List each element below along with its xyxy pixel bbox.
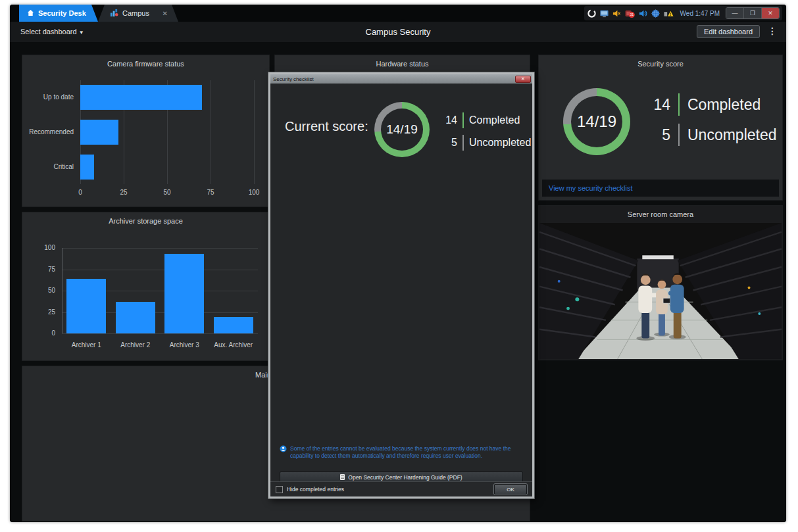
dashboard-icon	[110, 9, 118, 18]
category-label: Archiver 1	[62, 341, 111, 349]
alert-badge-icon[interactable]: 31	[624, 9, 636, 18]
dialog-body: Current score: 14/19 14 Completed 5 Unco…	[270, 84, 532, 496]
server-room-scene	[539, 223, 782, 359]
evaluation-footnote: Some of the entries cannot be evaluated …	[280, 445, 524, 459]
x-tick-label: 0	[70, 189, 90, 196]
category-label: Aux. Archiver	[209, 341, 259, 349]
home-icon	[27, 9, 34, 18]
tab-label: Security Desk	[38, 9, 86, 17]
more-options-icon[interactable]: ⋮	[768, 26, 777, 36]
completed-stat: 14 Completed	[443, 112, 520, 128]
bar-archiver-3	[164, 254, 204, 333]
y-tick-label: 75	[34, 266, 55, 273]
gridline	[62, 248, 258, 249]
category-label: Archiver 2	[111, 341, 161, 349]
gridline	[254, 80, 255, 184]
bar-archiver-2	[116, 302, 155, 333]
dialog-close-icon[interactable]: ✕	[515, 76, 531, 83]
dialog-title: Security checklist	[273, 76, 314, 82]
hide-completed-checkbox[interactable]	[276, 486, 283, 493]
x-tick-label: 75	[201, 189, 220, 196]
tab-security-desk[interactable]: Security Desk	[19, 5, 98, 22]
y-tick-label: 25	[34, 308, 55, 316]
category-label: Critical	[22, 163, 74, 170]
restore-button[interactable]: ❐	[744, 8, 762, 18]
archiver-storage-chart: 0255075100Archiver 1Archiver 2Archiver 3…	[22, 212, 269, 360]
gridline	[211, 80, 211, 184]
ok-button[interactable]: OK	[494, 484, 527, 495]
bar-aux-archiver	[214, 317, 253, 333]
y-tick-label: 50	[34, 287, 55, 294]
view-security-checklist-link[interactable]: View my security checklist	[549, 184, 633, 192]
completed-stat: 14 Completed	[649, 93, 761, 116]
y-tick-label: 100	[34, 244, 55, 251]
gridline	[62, 270, 258, 270]
dashboard: Camera firmware status 0255075100Up to d…	[10, 42, 786, 522]
warning-icon[interactable]	[663, 9, 674, 18]
category-label: Recommended	[22, 128, 74, 135]
y-axis	[62, 248, 62, 333]
security-score-donut: 14/19	[563, 88, 630, 155]
dialog-titlebar[interactable]: Security checklist ✕	[270, 74, 532, 84]
score-text: 14/19	[577, 112, 616, 131]
x-tick-label: 25	[114, 189, 134, 196]
hide-completed-label: Hide completed entries	[287, 486, 344, 493]
score-text: 14/19	[386, 122, 418, 137]
dialog-footer: Hide completed entries OK	[270, 481, 532, 496]
camera-firmware-chart: 0255075100Up to dateRecommendedCritical	[22, 55, 269, 206]
x-tick-label: 100	[244, 189, 264, 196]
widget-title: Hardware status	[275, 60, 530, 68]
display-icon[interactable]	[599, 9, 609, 18]
tab-bar: Security Desk Campus ✕ 31 Wed 1:47 PM — …	[10, 5, 786, 22]
camera-feed	[539, 223, 782, 359]
bar-critical	[80, 155, 94, 180]
tray-icons[interactable]: 31	[587, 9, 674, 18]
bar-archiver-1	[66, 279, 106, 333]
bar-up-to-date	[80, 85, 202, 110]
widget-title: Archiver storage space	[22, 217, 269, 225]
security-checklist-dialog: Security checklist ✕ Current score: 14/1…	[268, 72, 534, 498]
x-tick-label: 50	[157, 189, 177, 196]
score-link-bar: View my security checklist	[542, 180, 779, 197]
widget-title: Server room camera	[539, 210, 782, 218]
user-evaluation-icon	[280, 445, 287, 459]
category-label: Up to date	[22, 93, 74, 101]
speaker-icon[interactable]	[638, 9, 648, 18]
widget-title: Security score	[539, 60, 782, 68]
genetec-logo-icon[interactable]	[587, 9, 597, 18]
svg-text:31: 31	[630, 12, 634, 16]
system-tray: 31 Wed 1:47 PM — ❐ ✕	[584, 6, 782, 20]
tab-campus[interactable]: Campus ✕	[98, 5, 178, 22]
tab-label: Campus	[122, 9, 149, 17]
y-tick-label: 0	[34, 329, 55, 337]
widget-archiver-storage: Archiver storage space 0255075100Archive…	[22, 212, 270, 361]
close-tab-icon[interactable]: ✕	[162, 10, 168, 17]
category-label: Archiver 3	[160, 341, 209, 349]
widget-security-score: Security score 14/19 14 Completed 5 Unco…	[538, 55, 783, 201]
app-window: Security Desk Campus ✕ 31 Wed 1:47 PM — …	[10, 5, 786, 522]
edit-dashboard-button[interactable]: Edit dashboard	[697, 25, 760, 38]
clock: Wed 1:47 PM	[680, 10, 720, 17]
minimize-button[interactable]: —	[726, 8, 744, 18]
document-icon	[340, 474, 345, 480]
speaker-muted-icon[interactable]	[612, 9, 622, 18]
uncompleted-stat: 5 Uncompleted	[443, 135, 531, 151]
page-title: Campus Security	[10, 27, 786, 37]
widget-camera-firmware-status: Camera firmware status 0255075100Up to d…	[22, 55, 270, 207]
gridline	[62, 333, 258, 334]
bar-recommended	[80, 120, 118, 145]
sensor-tiles	[538, 365, 783, 521]
current-score-label: Current score:	[285, 119, 368, 134]
checklist-score-donut: 14/19	[374, 102, 430, 157]
widget-title: Camera firmware status	[22, 60, 269, 68]
close-button[interactable]: ✕	[762, 8, 779, 18]
window-controls: — ❐ ✕	[726, 7, 780, 19]
uncompleted-stat: 5 Uncompleted	[649, 124, 777, 146]
network-globe-icon[interactable]	[651, 9, 661, 18]
widget-server-room-camera: Server room camera	[538, 205, 783, 360]
toolbar: Select dashboard ▼ Campus Security Edit …	[10, 22, 786, 43]
